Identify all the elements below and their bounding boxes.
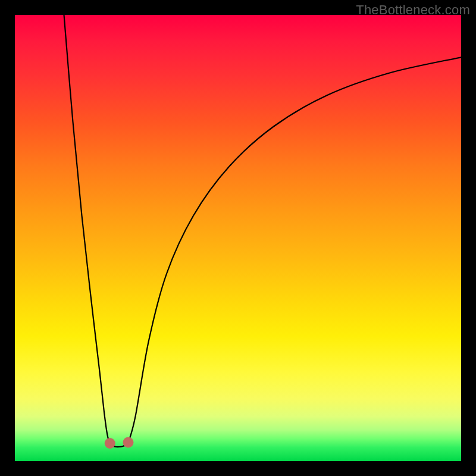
chart-frame: TheBottleneck.com (0, 0, 476, 476)
plot-area (15, 15, 461, 461)
bottleneck-curve-path (64, 15, 462, 447)
attribution-watermark: TheBottleneck.com (356, 2, 470, 18)
valley-left-marker (105, 438, 115, 449)
valley-right-marker (123, 437, 134, 448)
curve-layer (15, 15, 461, 461)
